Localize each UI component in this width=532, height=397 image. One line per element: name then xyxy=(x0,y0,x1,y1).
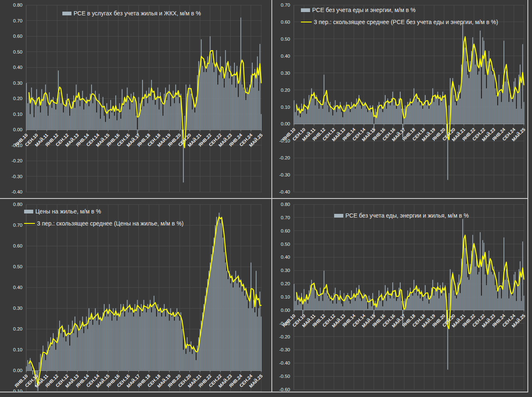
legend-entry-bar[interactable]: PCE без учета еды, энергии и жилья, м/м … xyxy=(334,212,469,219)
bar-series[interactable] xyxy=(26,213,261,391)
bar xyxy=(209,271,209,370)
bar xyxy=(496,290,497,310)
legend-entry-bar[interactable]: PCE в услугах без учета жилья и ЖКХ, м/м… xyxy=(62,10,201,17)
bar xyxy=(328,105,328,124)
bar xyxy=(232,84,232,130)
bar xyxy=(511,98,512,124)
bar xyxy=(326,290,327,310)
chart-pce-services-ex-housing[interactable]: 0.800.700.600.500.400.300.200.100.00-0.1… xyxy=(0,0,272,198)
bar xyxy=(166,308,167,370)
bar xyxy=(495,285,495,310)
bar xyxy=(221,69,222,130)
chart-canvas-core-pce[interactable]: 0.700.600.500.400.300.200.100.00-0.10-0.… xyxy=(273,0,528,198)
bar xyxy=(381,105,382,124)
bar xyxy=(128,100,129,130)
bar xyxy=(465,248,466,310)
bar xyxy=(311,88,312,124)
chart-pce-ex-food-energy-housing[interactable]: 0.800.700.600.500.400.300.200.100.00-0.1… xyxy=(273,199,528,392)
chart-canvas-housing[interactable]: 0.800.700.600.500.400.300.200.100.00-0.1… xyxy=(0,199,272,392)
bar xyxy=(236,283,237,370)
bar xyxy=(371,306,372,310)
bar xyxy=(441,102,442,124)
chart-core-pce[interactable]: 0.700.600.500.400.300.200.100.00-0.10-0.… xyxy=(273,0,528,198)
bar xyxy=(154,296,155,370)
bar xyxy=(225,262,226,370)
bar xyxy=(424,296,424,310)
bar xyxy=(433,102,434,124)
bar xyxy=(522,44,523,124)
y-axis-labels: 0.800.700.600.500.400.300.200.100.00-0.1… xyxy=(12,2,22,194)
bar xyxy=(131,312,131,370)
bar xyxy=(84,333,84,370)
bar xyxy=(145,97,145,130)
bar xyxy=(48,115,49,130)
bar xyxy=(501,298,502,310)
y-tick-label: 0.10 xyxy=(281,105,290,110)
bar xyxy=(508,298,509,310)
bar xyxy=(309,95,310,124)
legend-label: PCE в услугах без учета жилья и ЖКХ, м/м… xyxy=(74,10,201,17)
panel-separator-horizontal-middle xyxy=(0,198,528,199)
y-tick-label: 0.40 xyxy=(281,54,290,59)
bar xyxy=(167,91,168,130)
bar xyxy=(309,290,310,310)
bar xyxy=(229,78,230,130)
y-tick-label: 0.10 xyxy=(281,294,290,299)
bar xyxy=(196,360,197,370)
bar xyxy=(71,106,71,130)
bar xyxy=(456,105,457,124)
bar xyxy=(261,114,261,130)
bar xyxy=(523,102,524,124)
bar xyxy=(212,63,213,130)
bar xyxy=(84,109,84,130)
bar xyxy=(54,103,55,130)
legend-housing: Цены на жилье, м/м в % 3 пер.: скользяще… xyxy=(24,208,184,227)
panel-separator-vertical-middle xyxy=(271,0,272,392)
bar xyxy=(380,109,381,124)
bar xyxy=(316,290,317,310)
legend-core-pce: PCE без учета еды и энергии, м/м в % 3 п… xyxy=(301,7,498,25)
bar xyxy=(193,346,194,370)
bar xyxy=(47,106,47,130)
chart-canvas-pce-ex-feh[interactable]: 0.800.700.600.500.400.300.200.100.00-0.1… xyxy=(273,199,528,392)
bar xyxy=(347,105,348,124)
bar xyxy=(101,106,102,130)
bar xyxy=(100,316,101,370)
chart-canvas-pce-services[interactable]: 0.800.700.600.500.400.300.200.100.00-0.1… xyxy=(0,0,272,198)
bar xyxy=(240,279,241,370)
bar xyxy=(163,308,163,370)
legend-entry-bar[interactable]: PCE без учета еды и энергии, м/м в % xyxy=(301,7,498,13)
bar xyxy=(367,112,368,124)
bar xyxy=(438,105,439,124)
bar xyxy=(109,304,110,370)
bar-series[interactable] xyxy=(26,17,261,183)
bar xyxy=(66,341,66,370)
bar xyxy=(435,95,436,124)
bar xyxy=(200,69,200,130)
y-tick-label: 0.70 xyxy=(13,18,22,23)
bar xyxy=(334,293,335,310)
bar xyxy=(76,325,76,370)
bar xyxy=(297,115,298,124)
bar xyxy=(392,92,393,124)
legend-entry-moving-average[interactable]: 3 пер.: скользящее среднее (PCE без учет… xyxy=(301,19,498,25)
bar xyxy=(216,217,217,370)
bar xyxy=(142,312,143,370)
bar xyxy=(234,279,235,370)
bar xyxy=(103,312,103,370)
legend-entry-moving-average[interactable]: 3 пер.: скользящее среднее (Цены на жиль… xyxy=(24,220,184,227)
bar xyxy=(50,100,51,130)
y-tick-label: -0.30 xyxy=(279,172,290,177)
bar xyxy=(318,296,318,310)
bar xyxy=(498,272,499,310)
bar xyxy=(399,288,399,310)
bar xyxy=(258,91,259,130)
bar xyxy=(32,97,33,130)
bar xyxy=(82,91,83,130)
bar xyxy=(26,366,27,370)
bar xyxy=(126,308,126,370)
legend-entry-bar[interactable]: Цены на жилье, м/м в % xyxy=(24,208,184,215)
bar xyxy=(367,309,368,310)
chart-housing-prices[interactable]: 0.800.700.600.500.400.300.200.100.00-0.1… xyxy=(0,199,272,392)
bar xyxy=(91,312,92,370)
